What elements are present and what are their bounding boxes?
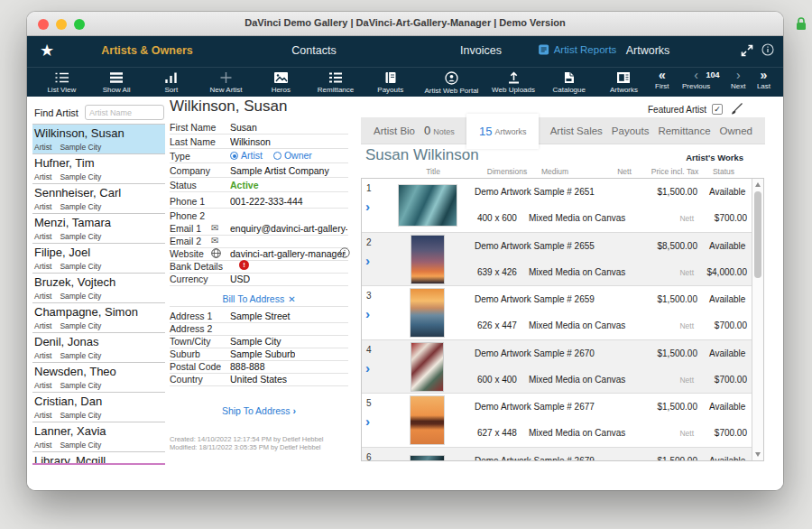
tab-artworks[interactable]: 15Artworks <box>466 114 539 149</box>
radio-owner[interactable]: Owner <box>273 150 312 161</box>
tab-artist-bio[interactable]: Artist Bio <box>374 125 415 136</box>
last-icon: » <box>757 70 770 81</box>
artist-name: Library, Mcgill <box>34 454 165 465</box>
vertical-scrollbar[interactable] <box>752 179 763 460</box>
field-label: Phone 2 <box>170 210 205 221</box>
artwork-row[interactable]: 5 › Demo Artwork Sample # 2677 $1,500.00… <box>362 394 752 448</box>
remittance-button[interactable]: Remittance <box>315 71 356 94</box>
artist-type: Artist <box>34 381 51 390</box>
tab-remittance[interactable]: Remittance <box>658 125 710 136</box>
email1-field[interactable]: enquiry@davinci-art-gallery-manager. <box>230 223 347 234</box>
web-uploads-button[interactable]: Web Uploads <box>492 71 535 94</box>
radio-artist[interactable]: Artist <box>230 150 263 161</box>
artist-web-portal-button[interactable]: Artist Web Portal <box>425 71 479 95</box>
artwork-row[interactable]: 2 › Demo Artwork Sample # 2655 $8,500.00… <box>362 233 752 287</box>
open-artwork-chevron-icon[interactable]: › <box>365 253 370 268</box>
open-artwork-chevron-icon[interactable]: › <box>365 413 370 429</box>
favorite-star-icon[interactable]: ★ <box>40 42 54 60</box>
artist-list-item[interactable]: Bruzek, Vojtech ArtistSample City <box>32 274 165 303</box>
tab-payouts[interactable]: Payouts <box>612 125 650 136</box>
last-record-button[interactable]: » Last <box>757 70 770 90</box>
last-name-field[interactable]: Wilkinson <box>230 136 271 147</box>
website-field[interactable]: davinci-art-gallery-manager.com <box>230 248 347 259</box>
artworks-button[interactable]: Artworks <box>603 71 644 94</box>
nav-tab-artists-owners[interactable]: Artists & Owners <box>101 44 192 57</box>
town-city-field[interactable]: Sample City <box>230 336 281 347</box>
artist-list-item[interactable]: Sennheiser, Carl ArtistSample City <box>32 184 165 214</box>
envelope-icon[interactable]: ✉ <box>211 223 218 233</box>
artwork-title: Demo Artwork Sample # 2659 <box>475 294 595 304</box>
open-artwork-chevron-icon[interactable]: › <box>365 360 370 376</box>
artist-list-item[interactable]: Champagne, Simon ArtistSample City <box>32 303 165 333</box>
artwork-thumbnail[interactable] <box>411 289 444 337</box>
open-artwork-chevron-icon[interactable]: › <box>365 306 370 321</box>
show-all-button[interactable]: Show All <box>96 71 137 94</box>
next-record-button[interactable]: › Next <box>731 70 745 90</box>
artwork-row[interactable]: 6 › Demo Artwork Sample # 2679 $1,500.00… <box>362 448 752 461</box>
artist-name: Filipe, Joel <box>34 246 165 260</box>
artwork-row[interactable]: 1 › Demo Artwork Sample # 2651 $1,500.00… <box>362 179 752 233</box>
payouts-button[interactable]: Payouts <box>370 71 411 94</box>
country-field[interactable]: United States <box>230 374 287 385</box>
first-name-field[interactable]: Susan <box>230 122 257 133</box>
framed-picture-icon <box>616 71 631 84</box>
artist-list-item[interactable]: Wilkinson, Susan ArtistSample City <box>32 125 165 154</box>
company-field[interactable]: Sample Artist Company <box>230 165 329 176</box>
artwork-thumbnail[interactable] <box>411 236 444 283</box>
first-record-button[interactable]: « First <box>655 70 669 90</box>
col-price-incl-tax: Price incl. Tax <box>651 167 698 176</box>
tab-owned[interactable]: Owned <box>720 125 752 136</box>
artist-list-item[interactable]: Library, Mcgill ArtistSample City <box>32 452 165 465</box>
row-number: 6 <box>366 452 372 461</box>
artwork-row[interactable]: 3 › Demo Artwork Sample # 2659 $1,500.00… <box>362 286 752 340</box>
artist-list-item[interactable]: Filipe, Joel ArtistSample City <box>32 244 165 274</box>
panel-caption: Artist's Works <box>686 153 743 162</box>
currency-field[interactable]: USD <box>230 274 250 284</box>
artwork-thumbnail[interactable] <box>411 456 444 460</box>
info-icon[interactable] <box>761 43 774 56</box>
phone1-field[interactable]: 001-222-333-444 <box>230 196 303 207</box>
bank-alert-icon[interactable]: ! <box>239 260 249 270</box>
artwork-thumbnail[interactable] <box>399 185 457 226</box>
artist-list-item[interactable]: Denil, Jonas ArtistSample City <box>32 333 165 363</box>
list-view-button[interactable]: List View <box>41 71 82 94</box>
nav-tab-artist-reports[interactable]: Artist Reports <box>539 44 617 55</box>
open-artwork-chevron-icon[interactable]: › <box>365 199 370 214</box>
featured-artist-checkbox[interactable]: ✓ <box>712 104 723 115</box>
sort-button[interactable]: Sort <box>151 71 192 94</box>
new-artist-button[interactable]: New Artist <box>206 71 247 94</box>
suburb-field[interactable]: Sample Suburb <box>230 348 295 359</box>
artwork-row[interactable]: 4 › Demo Artwork Sample # 2670 $1,500.00… <box>362 340 752 394</box>
nav-tab-artworks[interactable]: Artworks <box>626 44 670 57</box>
artwork-price: $8,500.00 <box>605 241 697 251</box>
postal-code-field[interactable]: 888-888 <box>230 361 265 372</box>
catalogue-button[interactable]: Catalogue <box>549 71 590 94</box>
globe-icon[interactable] <box>211 248 221 258</box>
tab-notes[interactable]: 0Notes <box>424 124 455 137</box>
artist-list-item[interactable]: Lanner, Xavia ArtistSample City <box>32 422 165 452</box>
website-info-icon[interactable] <box>339 247 350 258</box>
row-number: 3 <box>366 291 372 301</box>
featured-artist-control: Featured Artist ✓ <box>648 102 743 116</box>
artist-list-item[interactable]: Hufner, Tim ArtistSample City <box>32 154 165 184</box>
scroll-up-icon[interactable] <box>755 182 761 187</box>
artist-list-item[interactable]: Menzi, Tamara ArtistSample City <box>32 214 165 244</box>
address1-field[interactable]: Sample Street <box>230 311 291 321</box>
tab-artist-sales[interactable]: Artist Sales <box>550 125 603 136</box>
expand-icon[interactable] <box>740 43 754 58</box>
scrollbar-thumb[interactable] <box>754 191 761 278</box>
artwork-thumbnail[interactable] <box>411 343 443 391</box>
ship-to-address-link[interactable]: Ship To Address› <box>170 405 348 419</box>
nav-tab-invoices[interactable]: Invoices <box>460 44 502 57</box>
artist-list-item[interactable]: Cristian, Dan ArtistSample City <box>32 393 165 422</box>
brush-icon[interactable] <box>728 102 743 116</box>
artwork-thumbnail[interactable] <box>411 396 444 444</box>
find-artist-input[interactable] <box>85 105 164 120</box>
heros-button[interactable]: Heros <box>260 71 301 94</box>
person-circle-icon <box>445 71 458 85</box>
nav-tab-contacts[interactable]: Contacts <box>291 44 336 57</box>
scroll-down-icon[interactable] <box>755 452 761 457</box>
bill-to-address-link[interactable]: Bill To Address✕ <box>170 293 348 307</box>
envelope-icon[interactable]: ✉ <box>211 236 218 246</box>
artist-list-item[interactable]: Newsden, Theo ArtistSample City <box>32 363 165 393</box>
